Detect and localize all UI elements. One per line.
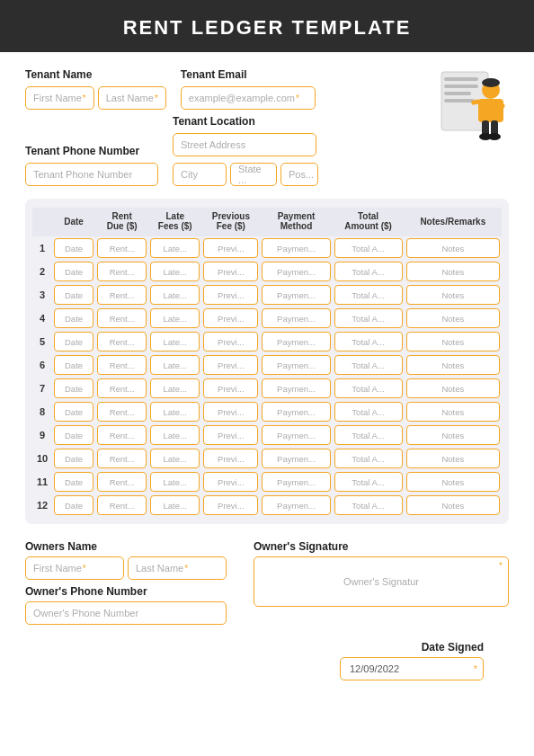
date-cell-input[interactable]: Date — [54, 402, 93, 422]
payment-cell-input[interactable]: Paymen... — [262, 449, 330, 468]
late-cell-input[interactable]: Late... — [150, 262, 200, 281]
notes-cell-input[interactable]: Notes — [406, 495, 500, 515]
payment-cell-input[interactable]: Paymen... — [262, 308, 330, 328]
late-cell-input[interactable]: Late... — [150, 425, 200, 445]
rent-cell-input[interactable]: Rent... — [97, 472, 147, 492]
total-cell-input[interactable]: Total A... — [334, 425, 403, 445]
rent-cell-input[interactable]: Rent... — [97, 332, 147, 351]
prev-cell-input[interactable]: Previ... — [203, 355, 258, 375]
date-cell-input[interactable]: Date — [54, 262, 93, 281]
tenant-phone-input[interactable]: Tenant Phone Number — [25, 163, 158, 186]
late-cell-input[interactable]: Late... — [150, 495, 200, 515]
payment-cell-input[interactable]: Paymen... — [262, 495, 330, 515]
late-cell-input[interactable]: Late... — [150, 355, 200, 375]
prev-cell-input[interactable]: Previ... — [203, 402, 258, 422]
rent-cell-input[interactable]: Rent... — [97, 355, 147, 375]
rent-cell-input[interactable]: Rent... — [97, 449, 147, 468]
date-cell-input[interactable]: Date — [54, 449, 93, 468]
late-cell-input[interactable]: Late... — [150, 238, 200, 258]
date-cell-input[interactable]: Date — [54, 308, 93, 328]
tenant-last-name-input[interactable]: Last Name* — [98, 86, 166, 110]
tenant-state-input[interactable]: State ... — [230, 163, 277, 186]
rent-cell: Rent... — [95, 330, 148, 353]
late-cell-input[interactable]: Late... — [150, 472, 200, 492]
prev-cell-input[interactable]: Previ... — [203, 332, 258, 351]
total-cell-input[interactable]: Total A... — [334, 378, 403, 398]
total-cell-input[interactable]: Total A... — [334, 495, 403, 515]
date-cell-input[interactable]: Date — [54, 238, 93, 258]
date-cell-input[interactable]: Date — [54, 378, 93, 398]
rent-cell-input[interactable]: Rent... — [97, 285, 147, 305]
notes-cell-input[interactable]: Notes — [406, 238, 500, 258]
notes-cell-input[interactable]: Notes — [406, 285, 500, 305]
owner-first-name-input[interactable]: First Name* — [25, 556, 124, 580]
late-cell-input[interactable]: Late... — [150, 285, 200, 305]
tenant-first-name-input[interactable]: First Name* — [25, 86, 94, 110]
date-cell-input[interactable]: Date — [54, 495, 93, 515]
total-cell-input[interactable]: Total A... — [334, 238, 403, 258]
prev-cell-input[interactable]: Previ... — [203, 238, 258, 258]
payment-cell-input[interactable]: Paymen... — [262, 285, 330, 305]
payment-cell-input[interactable]: Paymen... — [262, 238, 330, 258]
late-cell-input[interactable]: Late... — [150, 332, 200, 351]
total-cell-input[interactable]: Total A... — [334, 355, 403, 375]
notes-cell-input[interactable]: Notes — [406, 332, 500, 351]
notes-cell-input[interactable]: Notes — [406, 262, 500, 281]
date-cell-input[interactable]: Date — [54, 332, 93, 351]
total-cell-input[interactable]: Total A... — [334, 472, 403, 492]
prev-cell-input[interactable]: Previ... — [203, 378, 258, 398]
late-cell-input[interactable]: Late... — [150, 449, 200, 468]
notes-cell-input[interactable]: Notes — [406, 425, 500, 445]
prev-cell-input[interactable]: Previ... — [203, 262, 258, 281]
late-cell-input[interactable]: Late... — [150, 378, 200, 398]
total-cell-input[interactable]: Total A... — [334, 262, 403, 281]
notes-cell-input[interactable]: Notes — [406, 472, 500, 492]
owner-phone-input[interactable]: Owner's Phone Number — [25, 601, 227, 625]
total-cell-input[interactable]: Total A... — [334, 449, 403, 468]
tenant-city-input[interactable]: City — [173, 163, 227, 186]
signature-box[interactable]: Owner's Signatur — [254, 556, 509, 607]
payment-cell-input[interactable]: Paymen... — [262, 332, 330, 351]
late-cell-input[interactable]: Late... — [150, 402, 200, 422]
notes-cell-input[interactable]: Notes — [406, 308, 500, 328]
prev-cell-input[interactable]: Previ... — [203, 425, 258, 445]
total-cell-input[interactable]: Total A... — [334, 308, 403, 328]
notes-cell-input[interactable]: Notes — [406, 402, 500, 422]
payment-cell-input[interactable]: Paymen... — [262, 472, 330, 492]
owner-last-name-input[interactable]: Last Name* — [128, 556, 227, 580]
rent-cell-input[interactable]: Rent... — [97, 238, 147, 258]
prev-cell-input[interactable]: Previ... — [203, 495, 258, 515]
tenant-postal-input[interactable]: Pos... — [280, 163, 318, 186]
date-cell: Date — [52, 494, 95, 517]
rent-cell-input[interactable]: Rent... — [97, 495, 147, 515]
payment-cell-input[interactable]: Paymen... — [262, 402, 330, 422]
payment-cell-input[interactable]: Paymen... — [262, 262, 330, 281]
payment-cell-input[interactable]: Paymen... — [262, 378, 330, 398]
payment-cell-input[interactable]: Paymen... — [262, 355, 330, 375]
notes-cell-input[interactable]: Notes — [406, 355, 500, 375]
date-cell-input[interactable]: Date — [54, 425, 93, 445]
rent-cell-input[interactable]: Rent... — [97, 402, 147, 422]
date-cell-input[interactable]: Date — [54, 472, 93, 492]
payment-cell-input[interactable]: Paymen... — [262, 425, 330, 445]
date-cell-input[interactable]: Date — [54, 285, 93, 305]
date-cell-input[interactable]: Date — [54, 355, 93, 375]
prev-cell-input[interactable]: Previ... — [203, 308, 258, 328]
late-cell-input[interactable]: Late... — [150, 308, 200, 328]
total-cell-input[interactable]: Total A... — [334, 332, 403, 351]
rent-cell-input[interactable]: Rent... — [97, 378, 147, 398]
rent-cell-input[interactable]: Rent... — [97, 262, 147, 281]
tenant-email-input[interactable]: example@example.com* — [181, 86, 316, 110]
notes-cell-input[interactable]: Notes — [406, 449, 500, 468]
rent-cell-input[interactable]: Rent... — [97, 425, 147, 445]
notes-cell-input[interactable]: Notes — [406, 378, 500, 398]
rent-cell-input[interactable]: Rent... — [97, 308, 147, 328]
prev-cell-input[interactable]: Previ... — [203, 472, 258, 492]
date-signed-input[interactable]: 12/09/2022 — [340, 657, 484, 680]
tenant-street-input[interactable]: Street Address — [173, 133, 316, 156]
total-cell-input[interactable]: Total A... — [334, 402, 403, 422]
total-cell-input[interactable]: Total A... — [334, 285, 403, 305]
late-cell: Late... — [148, 236, 201, 260]
prev-cell-input[interactable]: Previ... — [203, 449, 258, 468]
prev-cell-input[interactable]: Previ... — [203, 285, 258, 305]
